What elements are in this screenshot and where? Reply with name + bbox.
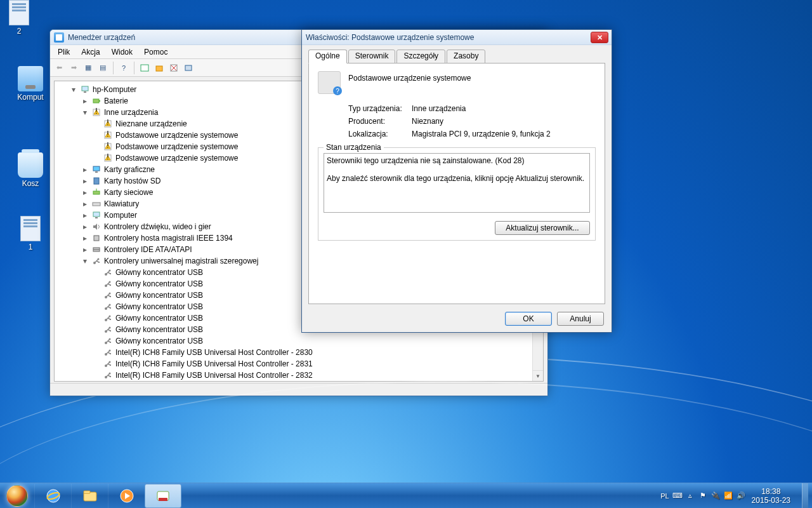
- desktop-icon-file-1[interactable]: 1: [11, 216, 49, 251]
- expand-toggle[interactable]: ▸: [81, 234, 89, 243]
- taskbar-mediaplayer[interactable]: [108, 484, 145, 508]
- tree-item-label: Inne urządzenia: [104, 108, 158, 117]
- clock[interactable]: 18:38 2015-03-23: [752, 487, 790, 505]
- chevron-up-icon[interactable]: ▵: [686, 491, 695, 500]
- expand-toggle[interactable]: ▸: [81, 188, 89, 197]
- menu-help[interactable]: Pomoc: [139, 46, 173, 58]
- tree-item-label: Intel(R) ICH8 Family USB Universal Host …: [115, 348, 313, 357]
- label-type: Typ urządzenia:: [348, 104, 412, 113]
- tree-item[interactable]: Intel(R) ICH8 Family USB Universal Host …: [55, 358, 543, 370]
- svg-point-69: [109, 327, 111, 329]
- date: 2015-03-23: [752, 496, 790, 505]
- ok-button[interactable]: OK: [505, 312, 552, 326]
- tree-item-label: Główny koncentrator USB: [115, 268, 203, 277]
- flag-icon[interactable]: ⚑: [698, 491, 707, 500]
- tree-item-label: Kontrolery hosta magistrali IEEE 1394: [104, 234, 233, 243]
- tree-item-label: Główny koncentrator USB: [115, 291, 203, 300]
- sd-icon: [91, 176, 102, 186]
- show-hidden-button[interactable]: ▤: [96, 62, 109, 74]
- tree-item-label: Komputer: [104, 211, 137, 220]
- tree-item[interactable]: Główny koncentrator USB: [55, 335, 543, 347]
- taskbar-devmgr[interactable]: [145, 484, 181, 508]
- sound-icon: [91, 222, 102, 232]
- tab-resources[interactable]: Zasoby: [447, 50, 485, 64]
- expand-toggle[interactable]: ▸: [81, 165, 89, 174]
- expand-toggle[interactable]: ▸: [81, 211, 89, 220]
- expand-toggle[interactable]: ▸: [81, 199, 89, 208]
- battery-icon: [91, 96, 102, 106]
- menu-view[interactable]: Widok: [107, 46, 138, 58]
- desktop-icon-file-2[interactable]: 2: [0, 0, 38, 36]
- statusbar: [50, 383, 547, 396]
- dialog-titlebar[interactable]: Właściwości: Podstawowe urządzenie syste…: [302, 30, 612, 45]
- svg-point-44: [109, 270, 111, 272]
- uninstall-button[interactable]: [167, 62, 180, 74]
- expand-toggle[interactable]: ▾: [70, 85, 77, 94]
- svg-rect-91: [110, 376, 111, 377]
- tab-general[interactable]: Ogólne: [308, 50, 347, 64]
- tree-item-label: Kontrolery dźwięku, wideo i gier: [104, 222, 211, 231]
- power-icon[interactable]: 🔌: [711, 491, 720, 500]
- expand-toggle[interactable]: ▸: [81, 97, 89, 105]
- tree-item-label: Klawiatury: [104, 199, 139, 208]
- desktop-icon-trash[interactable]: Kosz: [11, 152, 49, 188]
- tree-item-label: Główny koncentrator USB: [115, 279, 203, 288]
- expand-toggle[interactable]: ▾: [81, 257, 89, 265]
- view-button[interactable]: ▦: [82, 62, 95, 74]
- computer-icon: [91, 210, 102, 220]
- ieee-icon: [91, 233, 102, 243]
- show-desktop-button[interactable]: [802, 483, 808, 509]
- svg-rect-30: [93, 203, 100, 206]
- tree-item[interactable]: Intel(R) ICH8 Family USB Universal Host …: [55, 370, 543, 381]
- volume-icon[interactable]: 🔊: [737, 491, 745, 500]
- menu-file[interactable]: Plik: [53, 46, 75, 58]
- scan-button[interactable]: [182, 62, 195, 74]
- tree-item-label: Główny koncentrator USB: [115, 337, 203, 345]
- properties-dialog: Właściwości: Podstawowe urządzenie syste…: [301, 29, 612, 333]
- expand-toggle[interactable]: ▸: [81, 177, 89, 185]
- help-button[interactable]: ?: [117, 62, 130, 74]
- tree-item-label: Kontrolery IDE ATA/ATAPI: [104, 245, 192, 254]
- tree-item[interactable]: Intel(R) ICH8 Family USB Universal Host …: [55, 347, 543, 358]
- start-button[interactable]: [0, 483, 34, 509]
- usb-icon: [91, 256, 102, 266]
- update-driver-button[interactable]: Aktualizuj sterownik...: [495, 221, 590, 235]
- svg-point-49: [109, 281, 111, 283]
- menu-action[interactable]: Akcja: [76, 46, 105, 58]
- expand-toggle[interactable]: ▸: [81, 222, 89, 231]
- network-icon[interactable]: 📶: [724, 491, 733, 500]
- warn-icon: !: [103, 130, 113, 140]
- update-driver-button[interactable]: [153, 62, 166, 74]
- tree-item-label: Baterie: [104, 97, 128, 105]
- keyboard-icon[interactable]: ⌨: [673, 491, 682, 500]
- properties-button[interactable]: [138, 62, 151, 74]
- forward-button: ➡: [67, 62, 80, 74]
- tree-item-label: Podstawowe urządzenie systemowe: [115, 131, 238, 140]
- desktop-icon-computer[interactable]: Komput: [11, 66, 49, 102]
- warn-icon: !: [103, 142, 113, 152]
- net-icon: [91, 187, 102, 197]
- close-button[interactable]: ✕: [591, 32, 608, 43]
- tree-item-label: Karty sieciowe: [104, 188, 153, 197]
- expand-toggle[interactable]: ▾: [81, 108, 89, 117]
- status-text[interactable]: [324, 153, 590, 213]
- desktop-icon-label: Kosz: [11, 179, 49, 188]
- device-icon: [318, 71, 341, 94]
- start-orb-icon: [6, 485, 28, 507]
- scroll-down-icon[interactable]: ▼: [533, 370, 543, 381]
- svg-rect-99: [159, 498, 167, 501]
- usb-icon: [103, 370, 113, 380]
- tree-item-label: Główny koncentrator USB: [115, 302, 203, 311]
- cancel-button[interactable]: Anuluj: [557, 312, 604, 326]
- tab-details[interactable]: Szczegóły: [396, 50, 445, 64]
- taskbar-explorer[interactable]: [71, 484, 108, 508]
- tree-item-label: Karty hostów SD: [104, 177, 160, 185]
- tabstrip: Ogólne Sterownik Szczegóły Zasoby: [308, 49, 605, 63]
- warn-icon: !: [103, 153, 113, 163]
- tab-driver[interactable]: Sterownik: [348, 50, 396, 64]
- svg-rect-26: [95, 171, 98, 173]
- taskbar-ie[interactable]: [34, 484, 71, 508]
- svg-rect-86: [110, 364, 111, 366]
- expand-toggle[interactable]: ▸: [81, 245, 89, 254]
- lang-indicator[interactable]: PL: [660, 492, 669, 500]
